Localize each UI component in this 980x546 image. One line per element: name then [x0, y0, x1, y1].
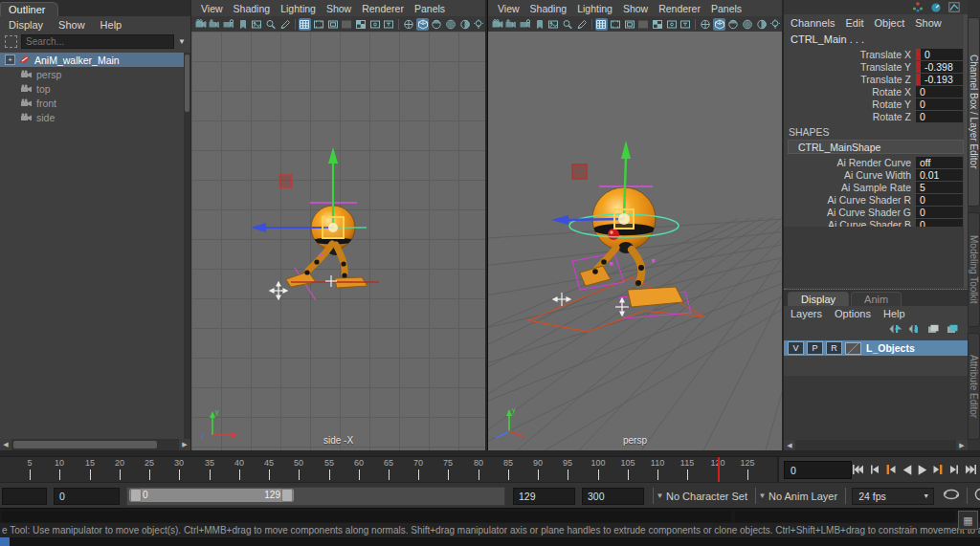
smooth-shade-icon[interactable] — [416, 18, 430, 31]
go-to-end-button[interactable] — [964, 461, 979, 478]
hierarchy-icon[interactable] — [912, 0, 924, 16]
shadows-icon[interactable] — [458, 18, 472, 31]
move-layer-up-icon[interactable] — [889, 321, 902, 339]
time-slider-track[interactable]: 5101520253035404550556065707580859095100… — [0, 457, 779, 483]
menu-layers[interactable]: Layers — [791, 308, 822, 319]
channel-value-field[interactable]: 0 — [916, 207, 963, 218]
playback-end-field[interactable]: 129 — [513, 488, 575, 505]
channel-name[interactable]: Translate Z — [860, 74, 911, 85]
channel-name[interactable]: Ai Sample Rate — [841, 182, 911, 193]
anim-layer-chevron-down-icon[interactable]: ▼ — [756, 491, 768, 500]
scrollbar-thumb[interactable] — [13, 441, 157, 448]
step-back-key-button[interactable] — [882, 461, 898, 478]
expand-icon[interactable]: + — [5, 55, 15, 65]
image-plane-icon[interactable] — [547, 18, 561, 31]
range-start-handle[interactable] — [130, 489, 142, 502]
two-d-pan-icon[interactable] — [561, 18, 574, 31]
layer-row[interactable]: V P R L_Objects — [784, 340, 968, 356]
film-gate-icon[interactable] — [312, 18, 325, 31]
grease-pencil-icon[interactable] — [278, 18, 292, 31]
layer-visibility-toggle[interactable]: V — [788, 341, 804, 355]
grid-icon[interactable] — [299, 18, 312, 31]
go-to-start-button[interactable] — [850, 461, 865, 478]
layer-editor-scrollbar[interactable]: ◀ ▶ — [784, 440, 968, 450]
camera-attributes-icon[interactable] — [222, 18, 235, 31]
camera-attributes-icon[interactable] — [519, 18, 532, 31]
persp-view-scene[interactable]: y — [488, 32, 782, 450]
field-chart-icon[interactable] — [651, 18, 664, 31]
layer-render-toggle[interactable]: R — [826, 341, 842, 355]
tab-display[interactable]: Display — [788, 292, 849, 306]
outliner-horizontal-scrollbar[interactable]: ◀ ▶ — [0, 439, 190, 450]
menu-object[interactable]: Object — [874, 17, 904, 29]
shape-node-name[interactable]: CTRL_MainShape — [788, 140, 964, 154]
loop-toggle[interactable] — [942, 488, 961, 505]
default-lighting-icon[interactable] — [768, 18, 782, 31]
smooth-shade-icon[interactable] — [713, 18, 726, 31]
gauge-icon[interactable] — [930, 0, 942, 16]
sidebar-tab-attribute-editor[interactable]: Attribute Editor — [968, 333, 980, 440]
bookmark-icon[interactable] — [236, 18, 250, 31]
film-gate-icon[interactable] — [609, 18, 622, 31]
outliner-tab[interactable]: Outliner — [0, 2, 58, 16]
select-camera-icon[interactable] — [491, 18, 504, 31]
script-editor-button[interactable]: ▦ — [958, 511, 978, 530]
use-all-lights-icon[interactable] — [741, 18, 754, 31]
channel-value-field[interactable]: 5 — [916, 182, 963, 193]
move-layer-down-icon[interactable] — [908, 321, 921, 339]
outliner-item-top[interactable]: top — [0, 81, 184, 96]
default-lighting-icon[interactable] — [472, 18, 485, 31]
channel-name[interactable]: Ai Curve Width — [844, 169, 911, 181]
step-forward-key-button[interactable] — [931, 461, 947, 478]
channel-name[interactable]: Translate Y — [860, 61, 911, 73]
two-d-pan-icon[interactable] — [264, 18, 278, 31]
playback-start-field[interactable]: 0 — [54, 488, 120, 505]
lock-camera-icon[interactable] — [209, 18, 222, 31]
animation-end-field[interactable]: 300 — [582, 488, 644, 505]
current-frame-field[interactable]: 0 — [784, 461, 852, 479]
wireframe-icon[interactable] — [402, 18, 415, 31]
channel-name[interactable]: Rotate X — [872, 86, 911, 98]
play-backwards-button[interactable] — [899, 461, 914, 478]
animation-start-field[interactable] — [2, 488, 47, 505]
step-back-frame-button[interactable] — [866, 461, 881, 478]
menu-channels[interactable]: Channels — [791, 17, 835, 29]
fps-dropdown[interactable]: 24 fps▼ — [852, 488, 934, 505]
outliner-vertical-scrollbar[interactable] — [184, 53, 190, 439]
shadows-icon[interactable] — [755, 18, 768, 31]
channel-name[interactable]: Ai Curve Shader G — [827, 207, 911, 218]
menu-shading[interactable]: Shading — [234, 3, 271, 14]
channel-name[interactable]: Translate X — [860, 49, 911, 60]
playback-speed-icon[interactable] — [973, 487, 980, 506]
grease-pencil-icon[interactable] — [575, 18, 589, 31]
search-filter-chevron-down-icon[interactable]: ▼ — [178, 37, 186, 46]
grid-icon[interactable] — [595, 18, 609, 31]
menu-renderer[interactable]: Renderer — [658, 3, 701, 14]
menu-help[interactable]: Help — [883, 308, 905, 319]
scroll-left-icon[interactable]: ◀ — [0, 439, 11, 450]
main-control-curve[interactable] — [528, 277, 704, 332]
menu-show[interactable]: Show — [58, 19, 85, 31]
gate-mask-icon[interactable] — [341, 18, 354, 31]
safe-title-icon[interactable] — [679, 18, 693, 31]
lock-camera-icon[interactable] — [505, 18, 519, 31]
channel-value-field[interactable]: off — [916, 157, 963, 168]
channel-name[interactable]: Rotate Y — [872, 98, 911, 110]
menu-lighting[interactable]: Lighting — [280, 3, 316, 14]
menu-lighting[interactable]: Lighting — [577, 3, 612, 14]
channel-value-field[interactable]: 0 — [916, 111, 963, 122]
menu-show[interactable]: Show — [915, 17, 942, 29]
scroll-right-icon[interactable]: ▶ — [956, 440, 968, 451]
safe-action-icon[interactable] — [665, 18, 679, 31]
outliner-item-front[interactable]: front — [0, 96, 184, 110]
range-slider-track[interactable]: 0 129 — [126, 487, 505, 506]
channel-value-field[interactable]: -0.193 — [916, 74, 963, 85]
select-camera-icon[interactable] — [194, 18, 208, 31]
resolution-gate-icon[interactable] — [623, 18, 636, 31]
channel-name[interactable]: Ai Render Curve — [836, 157, 911, 168]
menu-shading[interactable]: Shading — [530, 3, 568, 14]
channel-value-field[interactable]: -0.398 — [916, 61, 963, 73]
scroll-right-icon[interactable]: ▶ — [179, 439, 190, 450]
channel-value-field[interactable]: 0.01 — [916, 169, 963, 181]
anim-layer-menu[interactable]: No Anim Layer — [768, 491, 837, 502]
